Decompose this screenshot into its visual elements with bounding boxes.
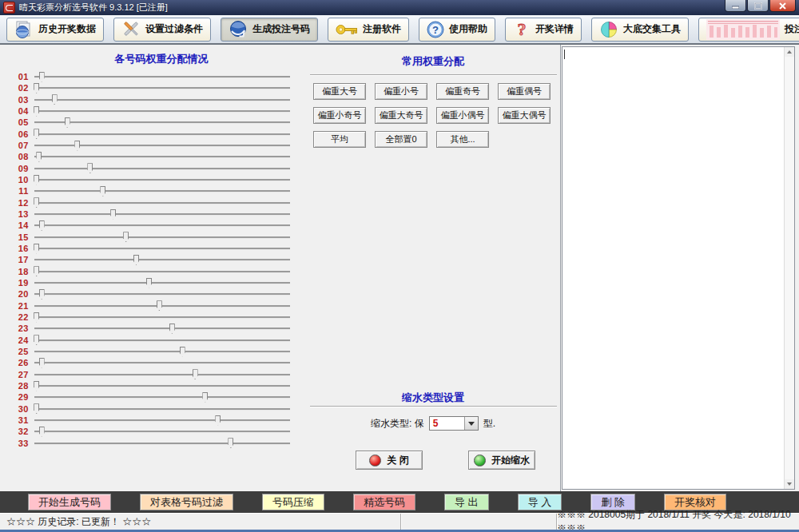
weight-slider[interactable] [34,151,290,162]
slider-thumb[interactable] [74,141,80,151]
slider-thumb[interactable] [34,403,39,414]
slider-thumb[interactable] [52,94,58,105]
toolbar-button-2[interactable]: 设置过滤条件 [113,18,211,42]
preset-button-8[interactable]: 偏重大偶号 [498,107,551,124]
slider-thumb[interactable] [34,244,39,254]
slider-thumb[interactable] [34,197,39,208]
slider-thumb[interactable] [228,438,233,448]
slider-thumb[interactable] [202,392,208,403]
preset-button-1[interactable]: 偏重大号 [313,83,366,100]
slider-thumb[interactable] [193,369,198,379]
weight-slider[interactable] [34,243,290,254]
slider-thumb[interactable] [65,117,70,128]
weight-slider[interactable] [34,232,290,243]
preset-button-10[interactable]: 全部置0 [375,131,427,148]
toolbar-button-6[interactable]: ?开奖详情 [505,18,582,42]
weight-slider[interactable] [34,369,290,380]
dropdown-arrow-icon[interactable] [464,417,478,430]
slider-thumb[interactable] [215,415,221,426]
weight-slider[interactable] [34,380,290,391]
slider-thumb[interactable] [169,324,175,334]
slider-thumb[interactable] [157,300,162,311]
bottom-button-2[interactable]: 对表格号码过滤 [140,494,233,510]
slider-thumb[interactable] [133,255,139,265]
weight-slider[interactable] [34,346,290,357]
weight-slider[interactable] [34,197,290,208]
slider-thumb[interactable] [180,347,185,357]
weight-slider[interactable] [34,220,290,231]
weight-slider[interactable] [34,415,290,426]
weight-slider[interactable] [34,105,290,117]
preset-button-4[interactable]: 偏重偶号 [498,83,551,100]
weight-slider[interactable] [34,357,290,368]
slider-thumb[interactable] [39,289,45,300]
weight-slider[interactable] [34,300,290,312]
weight-slider[interactable] [34,185,290,197]
preset-button-5[interactable]: 偏重小奇号 [313,107,366,124]
slider-thumb[interactable] [34,175,39,185]
preset-button-7[interactable]: 偏重小偶号 [436,107,489,124]
slider-thumb[interactable] [123,232,129,242]
preset-button-2[interactable]: 偏重小号 [375,83,427,100]
slider-thumb[interactable] [34,381,39,391]
weight-slider[interactable] [34,208,290,220]
weight-slider[interactable] [34,438,290,449]
weight-slider[interactable] [34,174,290,185]
weight-slider[interactable] [34,140,290,151]
slider-thumb[interactable] [110,209,116,220]
slider-thumb[interactable] [34,266,39,276]
preset-button-6[interactable]: 偏重大奇号 [375,107,427,124]
slider-thumb[interactable] [146,278,152,288]
weight-slider[interactable] [34,71,290,82]
preset-button-9[interactable]: 平均 [313,131,366,148]
toolbar-button-1[interactable]: 历史开奖数据 [6,18,104,42]
bottom-button-3[interactable]: 号码压缩 [262,494,324,510]
toolbar-button-7[interactable]: 大底交集工具 [591,18,689,42]
slider-thumb[interactable] [34,335,39,345]
weight-slider[interactable] [34,82,290,93]
scroll-up-button[interactable] [785,47,794,57]
weight-slider[interactable] [34,254,290,265]
slider-thumb[interactable] [87,163,93,173]
weight-slider[interactable] [34,391,290,403]
minimize-button[interactable] [725,0,746,12]
weight-slider[interactable] [34,129,290,140]
slider-thumb[interactable] [34,83,39,93]
close-dialog-button[interactable]: 关 闭 [356,451,423,470]
start-shrink-button[interactable]: 开始缩水 [468,451,535,470]
weight-slider[interactable] [34,117,290,128]
slider-thumb[interactable] [36,152,42,162]
toolbar-button-8[interactable]: 投注单打印 [698,18,799,42]
weight-slider[interactable] [34,335,290,346]
vertical-scrollbar[interactable] [784,47,794,489]
bottom-button-4[interactable]: 精选号码 [353,494,415,510]
weight-slider[interactable] [34,426,290,437]
results-list[interactable] [562,46,795,490]
weight-slider[interactable] [34,94,290,105]
slider-thumb[interactable] [34,312,39,323]
bottom-button-5[interactable]: 导 出 [444,494,489,510]
weight-slider[interactable] [34,266,290,277]
weight-slider[interactable] [34,312,290,323]
slider-thumb[interactable] [39,358,45,368]
bottom-button-1[interactable]: 开始生成号码 [28,494,111,510]
slider-thumb[interactable] [100,186,105,197]
close-button[interactable] [769,0,796,12]
weight-slider[interactable] [34,277,290,288]
toolbar-button-5[interactable]: ?使用帮助 [419,18,495,42]
slider-thumb[interactable] [34,129,39,139]
slider-thumb[interactable] [39,427,45,437]
weight-slider[interactable] [34,288,290,300]
toolbar-button-3[interactable]: 生成投注号码 [221,18,318,42]
maximize-button[interactable] [747,0,769,12]
slider-thumb[interactable] [39,220,45,231]
preset-button-3[interactable]: 偏重奇号 [436,83,489,100]
slider-thumb[interactable] [34,106,39,117]
weight-slider[interactable] [34,163,290,174]
scroll-down-button[interactable] [785,479,794,489]
weight-slider[interactable] [34,403,290,415]
shrink-type-dropdown[interactable]: 5 [429,416,479,431]
bottom-button-6[interactable]: 导 入 [518,494,562,510]
toolbar-button-4[interactable]: 注册软件 [328,18,409,42]
weight-slider[interactable] [34,323,290,334]
